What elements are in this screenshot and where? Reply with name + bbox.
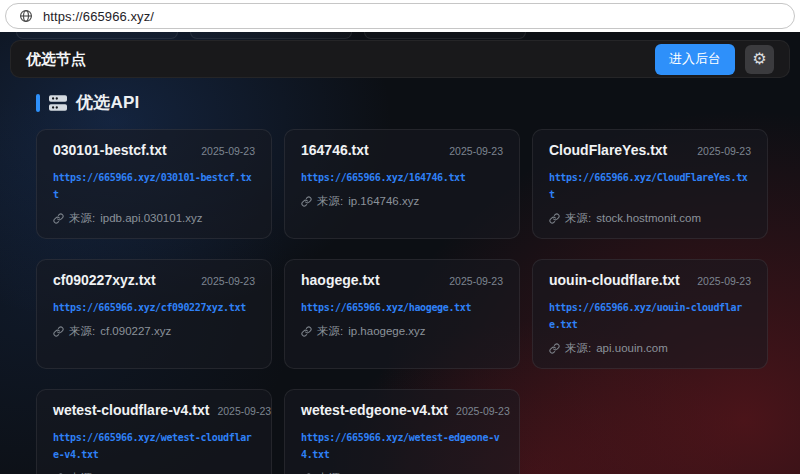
globe-icon xyxy=(19,9,33,23)
source-row: 来源: stock.hostmonit.com xyxy=(549,212,751,225)
link-icon xyxy=(53,213,64,224)
source-row: 来源: api.uouin.com xyxy=(549,342,751,355)
api-card: wetest-cloudflare-v4.txt 2025-09-23 http… xyxy=(36,389,272,474)
source-row: 来源: ipdb.api.030101.xyz xyxy=(53,212,255,225)
scrolled-card-edges xyxy=(16,32,526,39)
file-date: 2025-09-23 xyxy=(697,145,751,157)
card-header: wetest-edgeone-v4.txt 2025-09-23 xyxy=(301,402,503,419)
source-label: 来源: xyxy=(565,342,591,355)
source-domain: stock.hostmonit.com xyxy=(596,212,701,225)
card-edge xyxy=(190,32,352,39)
link-icon xyxy=(301,326,312,337)
api-card: cf090227xyz.txt 2025-09-23 https://66596… xyxy=(36,259,272,369)
api-card: uouin-cloudflare.txt 2025-09-23 https://… xyxy=(532,259,768,369)
link-icon xyxy=(549,343,560,354)
enter-admin-button[interactable]: 进入后台 xyxy=(655,44,735,75)
source-label: 来源: xyxy=(69,325,95,338)
file-name: cf090227xyz.txt xyxy=(53,272,156,289)
file-date: 2025-09-23 xyxy=(456,405,510,417)
card-header: CloudFlareYes.txt 2025-09-23 xyxy=(549,142,751,159)
file-name: CloudFlareYes.txt xyxy=(549,142,667,159)
file-url-link[interactable]: https://665966.xyz/haogege.txt xyxy=(301,299,503,316)
api-card: haogege.txt 2025-09-23 https://665966.xy… xyxy=(284,259,520,369)
card-header: 030101-bestcf.txt 2025-09-23 xyxy=(53,142,255,159)
source-domain: cf.090227.xyz xyxy=(100,325,171,338)
file-name: 030101-bestcf.txt xyxy=(53,142,167,159)
card-header: cf090227xyz.txt 2025-09-23 xyxy=(53,272,255,289)
source-label: 来源: xyxy=(317,325,343,338)
topbar: 优选节点 进入后台 ⚙ xyxy=(10,40,790,78)
file-url-link[interactable]: https://665966.xyz/uouin-cloudflare.txt xyxy=(549,299,751,333)
source-domain: ip.164746.xyz xyxy=(348,195,419,208)
file-name: haogege.txt xyxy=(301,272,380,289)
url-pill[interactable]: https://665966.xyz/ xyxy=(5,3,795,29)
file-date: 2025-09-23 xyxy=(201,275,255,287)
source-label: 来源: xyxy=(565,212,591,225)
file-name: 164746.txt xyxy=(301,142,369,159)
source-row: 来源: cf.090227.xyz xyxy=(53,325,255,338)
section-header: 优选API xyxy=(36,91,764,114)
card-header: 164746.txt 2025-09-23 xyxy=(301,142,503,159)
source-row: 来源: ip.haogege.xyz xyxy=(301,325,503,338)
section-title: 优选API xyxy=(76,91,139,114)
browser-address-bar: https://665966.xyz/ xyxy=(0,0,800,32)
link-icon xyxy=(549,213,560,224)
source-domain: api.uouin.com xyxy=(596,342,668,355)
source-domain: ipdb.api.030101.xyz xyxy=(100,212,202,225)
source-row: 来源: ip.164746.xyz xyxy=(301,195,503,208)
file-date: 2025-09-23 xyxy=(697,275,751,287)
file-url-link[interactable]: https://665966.xyz/wetest-edgeone-v4.txt xyxy=(301,429,503,463)
card-edge xyxy=(364,32,526,39)
file-date: 2025-09-23 xyxy=(217,405,271,417)
page: 优选节点 进入后台 ⚙ 优选API 030101-bestcf.txt 2025… xyxy=(0,32,800,474)
source-domain: ip.haogege.xyz xyxy=(348,325,425,338)
topbar-actions: 进入后台 ⚙ xyxy=(655,44,774,75)
api-card: wetest-edgeone-v4.txt 2025-09-23 https:/… xyxy=(284,389,520,474)
card-header: uouin-cloudflare.txt 2025-09-23 xyxy=(549,272,751,289)
api-card: CloudFlareYes.txt 2025-09-23 https://665… xyxy=(532,129,768,239)
card-grid: 030101-bestcf.txt 2025-09-23 https://665… xyxy=(36,129,768,474)
file-name: uouin-cloudflare.txt xyxy=(549,272,680,289)
link-icon xyxy=(301,196,312,207)
file-url-link[interactable]: https://665966.xyz/cf090227xyz.txt xyxy=(53,299,255,316)
source-label: 来源: xyxy=(69,212,95,225)
file-url-link[interactable]: https://665966.xyz/wetest-cloudflare-v4.… xyxy=(53,429,255,463)
file-name: wetest-edgeone-v4.txt xyxy=(301,402,448,419)
card-edge xyxy=(16,32,178,39)
link-icon xyxy=(53,326,64,337)
file-date: 2025-09-23 xyxy=(449,145,503,157)
gear-icon[interactable]: ⚙ xyxy=(745,45,774,74)
file-url-link[interactable]: https://665966.xyz/164746.txt xyxy=(301,169,503,186)
card-header: haogege.txt 2025-09-23 xyxy=(301,272,503,289)
file-url-link[interactable]: https://665966.xyz/CloudFlareYes.txt xyxy=(549,169,751,203)
page-title: 优选节点 xyxy=(26,50,86,69)
file-url-link[interactable]: https://665966.xyz/030101-bestcf.txt xyxy=(53,169,255,203)
file-date: 2025-09-23 xyxy=(201,145,255,157)
source-label: 来源: xyxy=(317,195,343,208)
server-icon xyxy=(48,94,68,112)
file-date: 2025-09-23 xyxy=(449,275,503,287)
url-text[interactable]: https://665966.xyz/ xyxy=(43,9,154,24)
api-card: 030101-bestcf.txt 2025-09-23 https://665… xyxy=(36,129,272,239)
accent-bar xyxy=(36,94,40,112)
card-header: wetest-cloudflare-v4.txt 2025-09-23 xyxy=(53,402,255,419)
api-card: 164746.txt 2025-09-23 https://665966.xyz… xyxy=(284,129,520,239)
file-name: wetest-cloudflare-v4.txt xyxy=(53,402,209,419)
